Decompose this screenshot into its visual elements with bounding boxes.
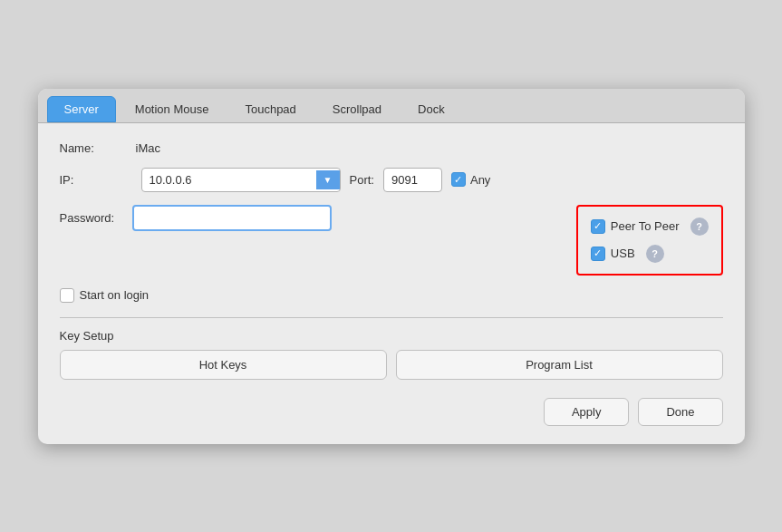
name-label: Name: [60,141,132,155]
ip-row: IP: ▼ Port: ✓ Any [60,168,723,192]
tab-dock[interactable]: Dock [401,96,462,122]
tab-scrollpad[interactable]: Scrollpad [315,96,399,122]
usb-help-button[interactable]: ? [646,245,664,263]
password-left: Password: [60,205,558,231]
ip-dropdown-button[interactable]: ▼ [316,170,340,189]
tab-content: Name: iMac IP: ▼ Port: ✓ Any [38,123,745,444]
peer-to-peer-row: ✓ Peer To Peer ? [591,218,709,236]
main-window: Server Motion Mouse Touchpad Scrollpad D… [38,89,745,444]
apply-button[interactable]: Apply [544,398,630,426]
hot-keys-button[interactable]: Hot Keys [60,350,387,380]
usb-row: ✓ USB ? [591,245,709,263]
ip-input[interactable] [142,169,316,191]
peer-to-peer-help-button[interactable]: ? [690,218,709,236]
name-value: iMac [136,141,160,155]
divider [60,317,723,318]
any-label: Any [470,173,490,187]
peer-checkmark-icon: ✓ [594,220,602,232]
dropdown-arrow-icon: ▼ [323,175,333,185]
start-on-login-checkbox[interactable] [60,288,74,303]
tab-server[interactable]: Server [47,96,116,122]
tab-touchpad[interactable]: Touchpad [227,96,313,122]
usb-checkmark-icon: ✓ [594,247,602,259]
peer-to-peer-checkbox[interactable]: ✓ [591,219,605,234]
port-label: Port: [350,173,374,187]
usb-checkbox[interactable]: ✓ [591,247,605,261]
any-checkbox-wrapper: ✓ Any [451,172,490,187]
ip-input-wrapper: ▼ [141,168,341,192]
password-section: Password: ✓ Peer To Peer ? ✓ USB [60,205,723,276]
ip-label: IP: [60,173,132,187]
any-checkbox[interactable]: ✓ [451,172,466,187]
password-label: Password: [60,211,132,225]
start-on-login-label: Start on login [80,288,150,302]
password-input[interactable] [132,205,332,231]
program-list-button[interactable]: Program List [396,350,723,380]
start-on-login-row: Start on login [60,288,723,303]
done-button[interactable]: Done [638,398,722,426]
usb-label: USB [611,247,635,260]
port-input[interactable] [383,168,442,192]
bottom-buttons: Apply Done [60,398,723,426]
peer-usb-section: ✓ Peer To Peer ? ✓ USB ? [576,205,723,276]
peer-to-peer-label: Peer To Peer [611,219,680,233]
any-checkmark-icon: ✓ [454,174,462,186]
key-buttons: Hot Keys Program List [60,350,723,380]
key-setup-label: Key Setup [60,329,723,343]
name-row: Name: iMac [60,141,723,155]
tab-motion-mouse[interactable]: Motion Mouse [118,96,227,122]
tab-bar: Server Motion Mouse Touchpad Scrollpad D… [38,89,745,123]
